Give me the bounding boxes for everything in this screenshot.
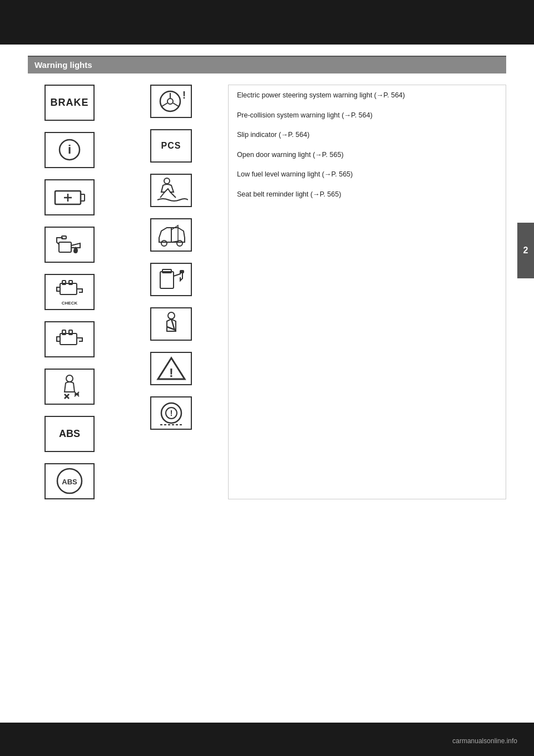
engine-svg: [55, 327, 85, 352]
slip-icon: [150, 174, 192, 207]
oil-icon: [44, 227, 95, 263]
check-engine-icon: CHECK: [44, 274, 95, 310]
abs-circle-icon: ABS: [44, 463, 95, 499]
warning-header-text: Warning lights: [34, 60, 92, 70]
right-icons-column: ! PCS: [150, 85, 217, 499]
main-content: BRAKE i: [28, 73, 506, 510]
right-section: ! PCS: [150, 85, 506, 499]
page-number-tab: 2: [517, 223, 534, 278]
eps-svg: !: [155, 87, 188, 115]
text-eps: Electric power steering system warning l…: [237, 91, 497, 101]
svg-point-28: [164, 178, 170, 184]
svg-text:!: !: [169, 366, 173, 380]
top-bar: [0, 0, 534, 45]
fuel-svg: [156, 266, 186, 293]
pcs-label: PCS: [161, 141, 181, 151]
svg-text:!: !: [182, 90, 186, 101]
svg-rect-8: [60, 283, 77, 294]
airbag-icon: i: [44, 132, 95, 168]
warning-triangle-svg: !: [155, 355, 188, 382]
abs-circle-svg: ABS: [52, 466, 88, 497]
svg-rect-6: [59, 242, 71, 252]
svg-point-31: [161, 240, 167, 246]
svg-text:ABS: ABS: [62, 478, 77, 486]
svg-point-23: [167, 99, 173, 104]
engine-icon: [44, 321, 95, 357]
watermark: carmanualsonline.info: [452, 737, 517, 745]
page-container: Warning lights BRAKE i: [0, 0, 534, 756]
occupant-svg: [55, 373, 85, 401]
svg-line-25: [162, 103, 167, 106]
warning-triangle-icon: !: [150, 352, 192, 385]
brake-label: BRAKE: [50, 97, 88, 109]
svg-line-30: [160, 192, 165, 198]
check-label: CHECK: [62, 301, 77, 306]
tire-icon: !: [150, 396, 192, 430]
eps-icon: !: [150, 85, 192, 118]
text-fuel: Low fuel level warning light (→P. 565): [237, 170, 497, 180]
left-icons-column: BRAKE i: [28, 85, 139, 499]
tire-svg: !: [155, 399, 188, 427]
battery-svg: [53, 186, 86, 209]
occupant-icon: [44, 369, 95, 405]
svg-text:!: !: [170, 409, 172, 418]
airbag-svg: i: [55, 138, 85, 163]
svg-point-14: [66, 375, 73, 382]
text-pcs: Pre-collision system warning light (→P. …: [237, 111, 497, 121]
abs-text-label: ABS: [59, 428, 80, 440]
door-svg: [155, 221, 188, 249]
text-door: Open door warning light (→P. 565): [237, 150, 497, 160]
text-slip: Slip indicator (→P. 564): [237, 130, 497, 140]
seatbelt-icon: [150, 307, 192, 341]
oil-svg: [55, 232, 85, 257]
svg-point-36: [168, 312, 175, 319]
seatbelt-svg: [155, 310, 188, 338]
fuel-icon: [150, 263, 192, 296]
text-seatbelt: Seat belt reminder light (→P. 565): [237, 190, 497, 200]
svg-point-32: [177, 240, 182, 246]
slip-svg: [155, 176, 188, 204]
brake-icon: BRAKE: [44, 85, 95, 121]
svg-rect-33: [160, 272, 174, 288]
svg-rect-11: [60, 333, 77, 345]
check-engine-svg: [55, 279, 85, 300]
warning-lights-header: Warning lights: [28, 57, 506, 73]
right-text-panel: Electric power steering system warning l…: [228, 85, 506, 499]
abs-text-icon: ABS: [44, 416, 95, 452]
battery-icon: [44, 179, 95, 215]
svg-line-26: [173, 103, 179, 106]
pcs-icon: PCS: [150, 129, 192, 163]
svg-line-29: [170, 192, 176, 198]
svg-text:i: i: [67, 143, 71, 156]
door-icon: [150, 218, 192, 252]
